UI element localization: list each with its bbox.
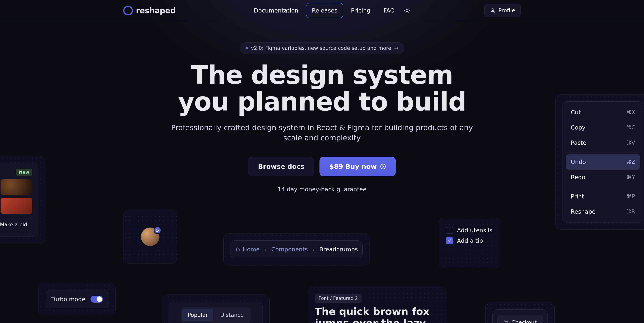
- arrow-right-icon: →: [394, 45, 398, 51]
- buy-now-label: $89 Buy now: [329, 163, 377, 170]
- cart-icon: [504, 320, 509, 323]
- breadcrumb-label: Home: [243, 246, 260, 253]
- brand-name: reshaped: [136, 6, 176, 15]
- nav-faq[interactable]: FAQ: [378, 3, 400, 18]
- home-icon: [235, 247, 240, 252]
- svg-point-0: [406, 9, 408, 11]
- chevron-right-icon: ›: [312, 246, 315, 253]
- avatar: 5: [141, 228, 160, 246]
- menu-shortcut: ⌘P: [626, 193, 635, 200]
- demo-tabs-card: Popular Distance: [162, 295, 270, 323]
- hero: v2.0: Figma variables, new source code s…: [0, 42, 644, 193]
- tab-popular[interactable]: Popular: [182, 309, 213, 321]
- bid-card: Esther Naomi New ETH Make a bid: [0, 163, 38, 237]
- demo-turbo-card: Turbo mode: [38, 283, 116, 315]
- turbo-label: Turbo mode: [51, 296, 85, 303]
- demo-font-card: Font / Featured 2 The quick brown fox ju…: [308, 287, 446, 323]
- menu-cut[interactable]: Cut ⌘X: [566, 105, 640, 120]
- menu-shortcut: ⌘Z: [626, 159, 635, 165]
- bid-author: Esther Naomi: [0, 169, 0, 175]
- demo-checklist-card: Add utensils Add a tip: [439, 218, 500, 268]
- menu-copy[interactable]: Copy ⌘C: [566, 120, 640, 135]
- font-sample-text: The quick brown fox jumps over the lazy …: [315, 306, 439, 323]
- cta-row: Browse docs $89 Buy now: [248, 157, 396, 176]
- demo-bid-card: Esther Naomi New ETH Make a bid: [0, 156, 45, 244]
- avatar-badge-count: 5: [154, 226, 162, 234]
- new-badge: New: [16, 169, 32, 176]
- menu-label: Paste: [571, 139, 586, 146]
- theme-toggle-icon[interactable]: [402, 6, 412, 15]
- profile-label: Profile: [498, 7, 515, 14]
- checkbox-icon[interactable]: [446, 227, 453, 234]
- demo-breadcrumbs-card: Home › Components › Breadcrumbs: [224, 233, 370, 266]
- hero-title: The design system you planned to build: [178, 62, 466, 115]
- brand[interactable]: reshaped: [123, 6, 176, 15]
- buy-now-button[interactable]: $89 Buy now: [320, 157, 396, 176]
- menu-label: Copy: [571, 124, 586, 131]
- svg-line-8: [408, 8, 409, 9]
- menu-redo[interactable]: Redo ⌘Y: [566, 170, 640, 185]
- menu-print[interactable]: Print ⌘P: [566, 189, 640, 204]
- checkout-label: Checkout: [512, 319, 537, 323]
- make-a-bid-button[interactable]: Make a bid: [0, 218, 32, 231]
- menu-label: Cut: [571, 109, 581, 116]
- user-icon: [490, 8, 496, 13]
- logo-icon: [123, 6, 133, 15]
- svg-line-7: [405, 12, 406, 13]
- segmented-control: Popular Distance: [181, 307, 250, 323]
- bid-images: [0, 179, 32, 214]
- breadcrumb: Home › Components › Breadcrumbs: [235, 246, 358, 253]
- menu-label: Undo: [571, 159, 586, 165]
- chevron-right-icon: ›: [264, 246, 266, 253]
- hero-title-line2: you planned to build: [178, 87, 466, 116]
- browse-docs-label: Browse docs: [258, 163, 304, 170]
- check-row-tip[interactable]: Add a tip: [446, 235, 493, 246]
- menu-shortcut: ⌘X: [626, 109, 635, 115]
- nav-actions: Profile: [484, 4, 521, 17]
- nav-documentation[interactable]: Documentation: [248, 3, 304, 18]
- menu-shortcut: ⌘V: [626, 140, 635, 146]
- menu-label: Reshape: [571, 208, 596, 215]
- svg-point-9: [492, 9, 494, 10]
- menu-undo[interactable]: Undo ⌘Z: [566, 154, 640, 170]
- svg-point-10: [381, 164, 386, 169]
- check-label: Add a tip: [457, 237, 483, 244]
- release-banner[interactable]: v2.0: Figma variables, new source code s…: [240, 42, 404, 54]
- browse-docs-button[interactable]: Browse docs: [248, 157, 314, 176]
- guarantee-text: 14 day money-back guarantee: [278, 186, 366, 193]
- menu-paste[interactable]: Paste ⌘V: [566, 135, 640, 150]
- menu-reshape[interactable]: Reshape ⌘R: [566, 204, 640, 219]
- breadcrumb-current: Breadcrumbs: [319, 246, 358, 253]
- svg-line-5: [405, 8, 406, 9]
- nav-pricing[interactable]: Pricing: [346, 3, 376, 18]
- hero-subtitle: Professionally crafted design system in …: [168, 123, 476, 143]
- context-menu: Cut ⌘X Copy ⌘C Paste ⌘V Undo ⌘Z Redo ⌘Y: [562, 101, 644, 223]
- nav-releases[interactable]: Releases: [306, 3, 343, 18]
- checkout-button[interactable]: Checkout: [498, 315, 543, 323]
- breadcrumb-components[interactable]: Components: [271, 246, 308, 253]
- checkbox-checked-icon[interactable]: [446, 237, 453, 244]
- breadcrumb-home[interactable]: Home: [235, 246, 260, 253]
- svg-line-6: [408, 12, 409, 13]
- switch-knob-icon: [97, 297, 102, 302]
- release-banner-text: v2.0: Figma variables, new source code s…: [251, 45, 391, 51]
- arrow-right-circle-icon: [380, 164, 386, 169]
- menu-label: Redo: [571, 174, 585, 181]
- top-nav: reshaped Documentation Releases Pricing …: [0, 0, 644, 21]
- demo-checkout-card: Checkout: [485, 302, 555, 323]
- image-thumb: [0, 198, 32, 214]
- menu-shortcut: ⌘C: [626, 124, 635, 131]
- tab-distance[interactable]: Distance: [215, 309, 249, 321]
- menu-shortcut: ⌘R: [626, 209, 635, 215]
- hero-title-line1: The design system: [191, 60, 453, 90]
- menu-label: Print: [571, 193, 584, 200]
- profile-button[interactable]: Profile: [484, 4, 521, 17]
- nav-links: Documentation Releases Pricing FAQ: [248, 3, 412, 18]
- turbo-row: Turbo mode: [46, 290, 108, 308]
- check-row-utensils[interactable]: Add utensils: [446, 225, 493, 235]
- check-label: Add utensils: [457, 227, 492, 234]
- image-thumb: [0, 179, 32, 195]
- turbo-switch[interactable]: [90, 296, 103, 303]
- demo-context-menu-card: Cut ⌘X Copy ⌘C Paste ⌘V Undo ⌘Z Redo ⌘Y: [556, 94, 644, 230]
- font-chip: Font / Featured 2: [315, 294, 362, 303]
